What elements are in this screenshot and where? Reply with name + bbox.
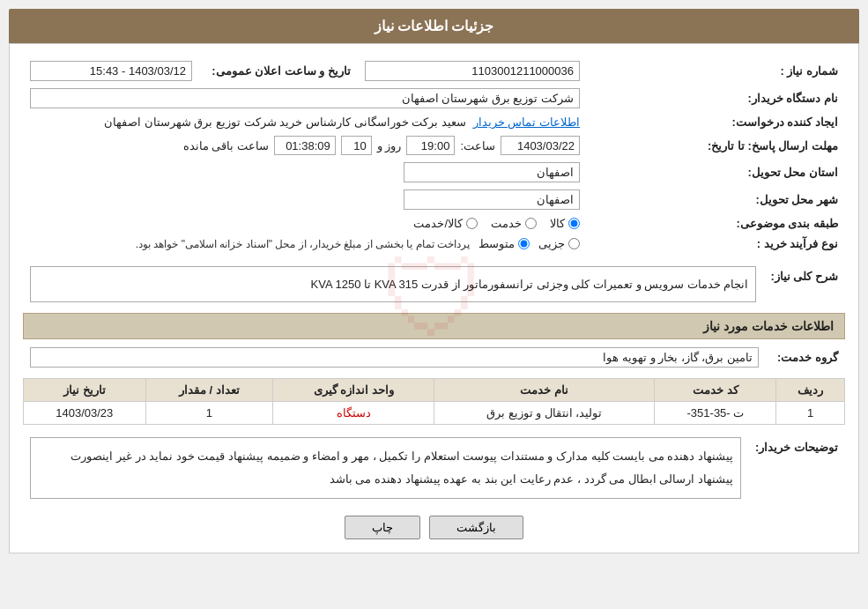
service-group-label: گروه خدمت:	[766, 344, 845, 371]
buyer-notes-table: توضیحات خریدار: پیشنهاد دهنده می بایست ک…	[23, 434, 845, 502]
response-days-label: روز و	[377, 139, 402, 152]
page-header: جزئیات اطلاعات نیاز	[9, 9, 859, 43]
col-header-unit: واحد اندازه گیری	[273, 379, 434, 402]
service-group-value: تامین برق، گاز، بخار و تهویه هوا	[30, 347, 759, 368]
response-deadline-label: مهلت ارسال پاسخ: تا تاریخ:	[587, 132, 845, 159]
category-option-khedmat-label: خدمت	[491, 217, 522, 230]
need-number-label: شماره نیاز :	[587, 57, 845, 85]
buyer-notes-label: توضیحات خریدار:	[748, 434, 845, 502]
purchase-type-radio-motavasset[interactable]	[518, 238, 530, 249]
col-header-quantity: تعداد / مقدار	[145, 379, 273, 402]
cell-unit: دستگاه	[273, 402, 434, 425]
purchase-note: پرداخت تمام یا بخشی از مبلغ خریدار، از م…	[30, 238, 470, 250]
purchase-type-jozii-label: جزیی	[538, 237, 565, 250]
city-label: شهر محل تحویل:	[587, 186, 845, 213]
cell-service-code: ت -35-351-	[655, 402, 776, 425]
back-button[interactable]: بازگشت	[429, 516, 523, 539]
response-days: 10	[341, 136, 372, 155]
creator-label: ایجاد کننده درخواست:	[587, 112, 845, 132]
province-value: اصفهان	[404, 162, 580, 182]
col-header-service-code: کد خدمت	[655, 379, 776, 402]
province-label: استان محل تحویل:	[587, 159, 845, 186]
col-header-date: تاریخ نیاز	[24, 379, 146, 402]
response-time: 19:00	[406, 136, 455, 155]
button-bar: بازگشت چاپ	[23, 516, 845, 539]
category-radio-khedmat[interactable]	[525, 218, 537, 229]
services-section-header: اطلاعات خدمات مورد نیاز	[23, 313, 845, 339]
table-row: 1 ت -35-351- تولید، انتقال و توزیع برق د…	[24, 402, 845, 425]
need-number-value: 1103001211000036	[365, 61, 580, 81]
buyer-notes-value: پیشنهاد دهنده می بایست کلیه مدارک و مستن…	[30, 437, 741, 499]
category-option-khedmat[interactable]: خدمت	[491, 217, 537, 230]
need-description-label: شرح کلی نیاز:	[763, 263, 845, 306]
response-time-label: ساعت:	[460, 139, 495, 152]
purchase-type-radio-jozii[interactable]	[568, 238, 580, 249]
buyer-org-label: نام دستگاه خریدار:	[587, 85, 845, 112]
need-description-table: شرح کلی نیاز: انجام خدمات سرویس و تعمیرا…	[23, 263, 845, 306]
announce-value: 1403/03/12 - 15:43	[30, 61, 192, 81]
response-date: 1403/03/22	[501, 136, 580, 155]
category-option-kala[interactable]: کالا	[550, 217, 580, 230]
cell-service-name: تولید، انتقال و توزیع برق	[434, 402, 654, 425]
purchase-type-motavasset[interactable]: متوسط	[479, 237, 530, 250]
category-option-kala-khedmat[interactable]: کالا/خدمت	[413, 217, 478, 230]
response-remaining-label: ساعت باقی مانده	[183, 139, 269, 152]
cell-date: 1403/03/23	[24, 402, 146, 425]
creator-contact-link[interactable]: اطلاعات تماس خریدار	[473, 115, 580, 129]
city-value: اصفهان	[404, 189, 580, 210]
col-header-service-name: نام خدمت	[434, 379, 654, 402]
cell-row-num: 1	[776, 402, 845, 425]
category-label: طبقه بندی موضوعی:	[587, 213, 845, 234]
announce-label: تاریخ و ساعت اعلان عمومی:	[199, 57, 358, 85]
header-title: جزئیات اطلاعات نیاز	[375, 19, 494, 33]
category-option-kala-khedmat-label: کالا/خدمت	[413, 217, 463, 230]
print-button[interactable]: چاپ	[345, 516, 420, 539]
purchase-type-label: نوع فرآیند خرید :	[587, 234, 845, 254]
category-radio-kala[interactable]	[568, 218, 580, 229]
buyer-org-value: شرکت توزیع برق شهرستان اصفهان	[30, 88, 580, 108]
info-table: شماره نیاز : 1103001211000036 تاریخ و سا…	[23, 57, 845, 254]
col-header-row: ردیف	[776, 379, 845, 402]
services-table: ردیف کد خدمت نام خدمت واحد اندازه گیری ت…	[23, 378, 845, 425]
response-remaining: 01:38:09	[274, 136, 336, 155]
category-radio-kala-khedmat[interactable]	[466, 218, 478, 229]
purchase-type-jozii[interactable]: جزیی	[538, 237, 580, 250]
service-group-table: گروه خدمت: تامین برق، گاز، بخار و تهویه …	[23, 344, 845, 371]
category-option-kala-label: کالا	[550, 217, 565, 230]
creator-value: سعید برکت خوراسگانی کارشناس خرید شرکت تو…	[30, 115, 466, 129]
purchase-type-motavasset-label: متوسط	[479, 237, 515, 250]
need-description-value: انجام خدمات سرویس و تعمیرات کلی وجزئی تر…	[30, 266, 756, 302]
main-content: 🛡 شماره نیاز : 1103001211000036 تاریخ و …	[9, 43, 859, 553]
cell-quantity: 1	[145, 402, 273, 425]
